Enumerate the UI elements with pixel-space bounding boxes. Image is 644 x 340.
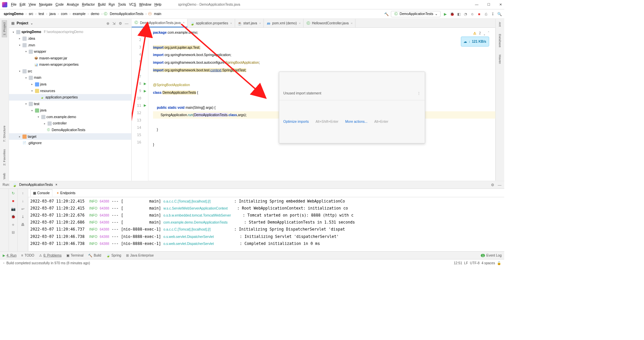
- wrap-icon[interactable]: ↩: [21, 207, 25, 211]
- tab-helloword[interactable]: ⒸHellowordController.java×: [303, 19, 356, 27]
- gear-icon[interactable]: ⚙: [491, 183, 495, 187]
- toolwindow-structure[interactable]: 7: Structure: [2, 124, 7, 143]
- tab-appprops[interactable]: 🍃application.properties×: [187, 19, 235, 27]
- bottom-build[interactable]: 🔨 Build: [88, 254, 101, 258]
- event-log[interactable]: 1 Event Log: [481, 254, 502, 258]
- exit-icon[interactable]: ⎆: [11, 222, 15, 227]
- bottom-je[interactable]: ⊞ Java Enterprise: [126, 254, 154, 258]
- console-tab[interactable]: ▦ Console: [30, 189, 53, 197]
- menu-window[interactable]: Window: [138, 2, 152, 8]
- tab-close-icon[interactable]: ×: [183, 21, 184, 25]
- hammer-icon[interactable]: 🔨: [384, 12, 389, 16]
- crumb-java[interactable]: java: [48, 11, 57, 16]
- hide-icon[interactable]: —: [498, 183, 502, 187]
- menu-edit[interactable]: Edit: [19, 2, 27, 8]
- menu-vcs[interactable]: VCS: [128, 2, 137, 8]
- close-icon[interactable]: ✕: [499, 3, 502, 7]
- git-icon[interactable]: ⎙: [484, 12, 488, 16]
- tab-demotests[interactable]: ⒸDemoApplicationTests.java×: [132, 19, 188, 27]
- dump-icon[interactable]: 📷: [11, 207, 15, 211]
- menu-run[interactable]: Run: [108, 2, 116, 8]
- crumb-method[interactable]: main: [153, 11, 162, 16]
- menu-help[interactable]: Help: [153, 2, 162, 8]
- more-icon[interactable]: ⋮: [417, 90, 421, 97]
- maximize-icon[interactable]: ☐: [487, 3, 490, 7]
- debug-icon[interactable]: 🐞: [450, 12, 454, 16]
- status-enc[interactable]: UTF-8: [470, 261, 480, 265]
- crumb-class[interactable]: DemoApplicationTests: [109, 11, 144, 16]
- down-icon[interactable]: ↓: [21, 199, 25, 203]
- tab-close-icon[interactable]: ×: [351, 21, 353, 25]
- gear-icon[interactable]: ⚙: [118, 21, 123, 25]
- toolwindow-database[interactable]: Database: [498, 32, 502, 49]
- toolwindow-ant[interactable]: Ant: [498, 20, 502, 28]
- run-config-select[interactable]: Ⓒ DemoApplicationTests ⌄: [391, 11, 440, 17]
- run-icon[interactable]: ▶: [443, 12, 448, 16]
- profile-icon[interactable]: ◔: [464, 12, 468, 16]
- tab-close-icon[interactable]: ×: [230, 21, 232, 25]
- more-actions-link[interactable]: More actions...: [345, 118, 368, 125]
- update-icon[interactable]: ↧: [491, 12, 495, 16]
- endpoints-tab[interactable]: ✦ Endpoints: [54, 189, 78, 197]
- line-gutter[interactable]: 12345678910111213141516 ▶ ▶ ▶: [132, 28, 148, 181]
- bottom-problems[interactable]: ⚠ 6: Problems: [39, 254, 62, 258]
- minimize-icon[interactable]: —: [475, 3, 478, 7]
- tab-start[interactable]: ☕start.java×: [235, 19, 264, 27]
- console-output[interactable]: 2022-03-07 11:20:22.415 INFO 64388 --- […: [28, 197, 504, 251]
- toolwindow-project[interactable]: 1: Project: [2, 20, 7, 37]
- crumb-src[interactable]: src: [28, 11, 34, 16]
- rerun-icon[interactable]: ↻: [11, 191, 15, 195]
- hide-icon[interactable]: —: [124, 21, 129, 25]
- stop-icon[interactable]: ■: [11, 199, 15, 203]
- bottom-terminal[interactable]: ▣ Terminal: [66, 254, 84, 258]
- run-close-icon[interactable]: ×: [55, 183, 57, 187]
- scroll-icon[interactable]: ⤓: [21, 215, 25, 219]
- chevron-down-icon[interactable]: ⌄: [30, 21, 33, 25]
- menu-code[interactable]: Code: [54, 2, 65, 8]
- crumb-demo[interactable]: demo: [90, 11, 100, 16]
- print-icon[interactable]: 🖶: [21, 222, 25, 227]
- inspection-badge[interactable]: ⚠2ˬˆ: [473, 30, 489, 37]
- status-lf[interactable]: LF: [464, 261, 468, 265]
- layout-icon[interactable]: ⊟: [11, 230, 15, 235]
- search-icon[interactable]: 🔍: [498, 12, 502, 16]
- menu-tools[interactable]: Tools: [117, 2, 127, 8]
- expand-icon[interactable]: ⇲: [112, 21, 116, 25]
- crumb-example[interactable]: example: [72, 11, 87, 16]
- crumb-com[interactable]: com: [60, 11, 68, 16]
- menu-refactor[interactable]: Refactor: [81, 2, 96, 8]
- crumb-project[interactable]: springDemo: [3, 11, 25, 16]
- lock-icon[interactable]: ▫: [3, 261, 4, 265]
- readonly-icon[interactable]: 🔓: [497, 261, 501, 265]
- attach-icon[interactable]: ⎋: [470, 12, 475, 16]
- tree-item-demotests[interactable]: ⒸDemoApplicationTests: [9, 127, 131, 133]
- optimize-imports-link[interactable]: Optimize imports: [283, 118, 309, 125]
- menu-build[interactable]: Build: [97, 2, 107, 8]
- toolwindow-web[interactable]: Web: [2, 171, 7, 181]
- tab-close-icon[interactable]: ×: [299, 21, 300, 25]
- restart-icon[interactable]: 🐞: [11, 215, 15, 219]
- menu-analyze[interactable]: Analyze: [66, 2, 80, 8]
- run-gutter-icon[interactable]: ▶: [144, 102, 146, 109]
- run-gutter-icon[interactable]: ▶: [144, 87, 146, 95]
- bottom-run[interactable]: ▶4: Run: [3, 254, 17, 258]
- menu-navigate[interactable]: Navigate: [38, 2, 53, 8]
- run-gutter-icon[interactable]: ▶: [144, 80, 146, 87]
- stop-icon[interactable]: ■: [477, 12, 482, 16]
- up-icon[interactable]: ↑: [21, 191, 25, 195]
- tab-pom[interactable]: mpom.xml (demo)×: [264, 19, 303, 27]
- locate-icon[interactable]: ⊕: [106, 21, 110, 25]
- bottom-spring[interactable]: 🍃 Spring: [106, 254, 121, 258]
- project-tree[interactable]: ▾springDemoF:\workspace\springDemo ▸.ide…: [9, 28, 131, 181]
- toolwindow-favorites[interactable]: 2: Favorites: [2, 147, 7, 167]
- tab-close-icon[interactable]: ×: [259, 21, 261, 25]
- bottom-todo[interactable]: ≡ TODO: [21, 254, 34, 258]
- tree-item-appprops[interactable]: 🍃application.properties: [9, 94, 131, 101]
- coverage-icon[interactable]: ◧: [457, 12, 461, 16]
- menu-file[interactable]: File: [10, 2, 18, 8]
- toolwindow-maven[interactable]: Maven: [498, 53, 502, 66]
- code-editor[interactable]: package com.example.demo; import org.jun…: [148, 28, 496, 181]
- status-indent[interactable]: 4 spaces: [482, 261, 495, 265]
- menu-view[interactable]: View: [28, 2, 37, 8]
- crumb-test[interactable]: test: [38, 11, 45, 16]
